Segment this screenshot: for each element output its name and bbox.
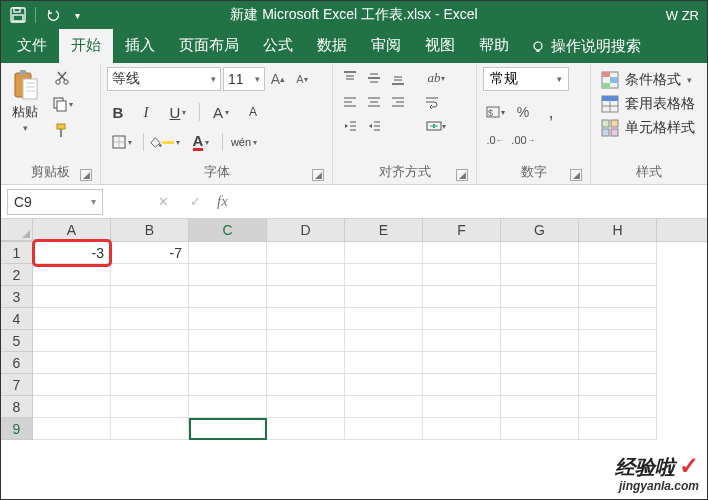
cell-h6[interactable]: [579, 352, 657, 374]
cell-h8[interactable]: [579, 396, 657, 418]
row-header-2[interactable]: 2: [1, 264, 33, 286]
row-header-1[interactable]: 1: [1, 242, 33, 264]
merge-center-button[interactable]: ▾: [421, 115, 451, 137]
cell-b5[interactable]: [111, 330, 189, 352]
cell-a8[interactable]: [33, 396, 111, 418]
row-header-9[interactable]: 9: [1, 418, 33, 440]
cell-b7[interactable]: [111, 374, 189, 396]
cell-b3[interactable]: [111, 286, 189, 308]
cell-e8[interactable]: [345, 396, 423, 418]
align-top-button[interactable]: [339, 67, 361, 89]
decrease-indent-button[interactable]: [339, 115, 361, 137]
decrease-decimal-button[interactable]: .00→: [511, 129, 535, 151]
row-header-4[interactable]: 4: [1, 308, 33, 330]
cell-h7[interactable]: [579, 374, 657, 396]
cell-f8[interactable]: [423, 396, 501, 418]
increase-font-size-button[interactable]: A▴: [267, 67, 289, 91]
cell-a1[interactable]: -3: [33, 242, 111, 264]
row-header-6[interactable]: 6: [1, 352, 33, 374]
fx-icon[interactable]: fx: [217, 193, 228, 210]
cell-g2[interactable]: [501, 264, 579, 286]
paste-button[interactable]: 粘贴 ▾: [7, 67, 43, 135]
cell-d2[interactable]: [267, 264, 345, 286]
cell-c9[interactable]: [189, 418, 267, 440]
phonetic-button[interactable]: wén▾: [229, 131, 259, 153]
number-format-combo[interactable]: 常规 ▾: [483, 67, 569, 91]
cell-f6[interactable]: [423, 352, 501, 374]
col-header-d[interactable]: D: [267, 219, 345, 241]
percent-style-button[interactable]: %: [511, 101, 535, 123]
tab-review[interactable]: 审阅: [359, 29, 413, 63]
tab-view[interactable]: 视图: [413, 29, 467, 63]
cell-b9[interactable]: [111, 418, 189, 440]
italic-button[interactable]: I: [135, 101, 157, 123]
cell-g1[interactable]: [501, 242, 579, 264]
cell-styles-button[interactable]: 单元格样式: [597, 117, 699, 139]
cell-f1[interactable]: [423, 242, 501, 264]
cell-g7[interactable]: [501, 374, 579, 396]
save-icon[interactable]: [9, 6, 27, 24]
formula-input[interactable]: [234, 190, 701, 214]
font-color-button[interactable]: A▾: [186, 131, 216, 153]
cell-b8[interactable]: [111, 396, 189, 418]
tab-data[interactable]: 数据: [305, 29, 359, 63]
wrap-text-button[interactable]: [421, 91, 443, 113]
align-right-button[interactable]: [387, 91, 409, 113]
alignment-launcher[interactable]: ◢: [456, 169, 468, 181]
cell-g9[interactable]: [501, 418, 579, 440]
cell-d1[interactable]: [267, 242, 345, 264]
cell-f5[interactable]: [423, 330, 501, 352]
user-badge[interactable]: W ZR: [666, 8, 699, 23]
cell-c5[interactable]: [189, 330, 267, 352]
tab-formulas[interactable]: 公式: [251, 29, 305, 63]
qat-customize-icon[interactable]: ▾: [68, 6, 86, 24]
font-size-combo[interactable]: 11 ▾: [223, 67, 265, 91]
cell-g3[interactable]: [501, 286, 579, 308]
font-grow-a[interactable]: A▾: [206, 101, 236, 123]
col-header-f[interactable]: F: [423, 219, 501, 241]
tab-file[interactable]: 文件: [5, 29, 59, 63]
cell-e4[interactable]: [345, 308, 423, 330]
cell-a2[interactable]: [33, 264, 111, 286]
cell-b2[interactable]: [111, 264, 189, 286]
cell-d5[interactable]: [267, 330, 345, 352]
cell-h5[interactable]: [579, 330, 657, 352]
orientation-button[interactable]: ab▾: [421, 67, 451, 89]
cell-d7[interactable]: [267, 374, 345, 396]
cell-c4[interactable]: [189, 308, 267, 330]
cell-c8[interactable]: [189, 396, 267, 418]
col-header-a[interactable]: A: [33, 219, 111, 241]
cell-a6[interactable]: [33, 352, 111, 374]
fill-color-button[interactable]: ▾: [150, 131, 180, 153]
col-header-c[interactable]: C: [189, 219, 267, 241]
tab-help[interactable]: 帮助: [467, 29, 521, 63]
cell-d4[interactable]: [267, 308, 345, 330]
cell-e1[interactable]: [345, 242, 423, 264]
cell-f4[interactable]: [423, 308, 501, 330]
cell-f9[interactable]: [423, 418, 501, 440]
col-header-b[interactable]: B: [111, 219, 189, 241]
format-as-table-button[interactable]: 套用表格格: [597, 93, 699, 115]
cell-a7[interactable]: [33, 374, 111, 396]
cell-g4[interactable]: [501, 308, 579, 330]
cell-e6[interactable]: [345, 352, 423, 374]
align-bottom-button[interactable]: [387, 67, 409, 89]
col-header-h[interactable]: H: [579, 219, 657, 241]
tab-insert[interactable]: 插入: [113, 29, 167, 63]
cell-e2[interactable]: [345, 264, 423, 286]
conditional-formatting-button[interactable]: 条件格式▾: [597, 69, 699, 91]
cell-e7[interactable]: [345, 374, 423, 396]
cell-h4[interactable]: [579, 308, 657, 330]
cell-h2[interactable]: [579, 264, 657, 286]
cell-b6[interactable]: [111, 352, 189, 374]
select-all-corner[interactable]: [1, 219, 33, 241]
borders-button[interactable]: ▾: [107, 131, 137, 153]
increase-decimal-button[interactable]: .0←: [483, 129, 507, 151]
cell-f7[interactable]: [423, 374, 501, 396]
cell-e5[interactable]: [345, 330, 423, 352]
undo-icon[interactable]: [44, 6, 62, 24]
row-header-3[interactable]: 3: [1, 286, 33, 308]
cell-d3[interactable]: [267, 286, 345, 308]
font-launcher[interactable]: ◢: [312, 169, 324, 181]
tab-home[interactable]: 开始: [59, 29, 113, 63]
